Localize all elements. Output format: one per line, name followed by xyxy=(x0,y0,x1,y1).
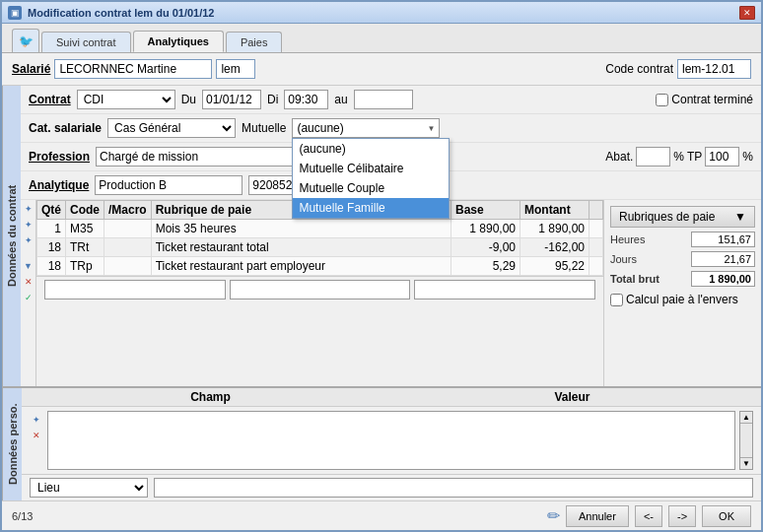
salarie-group: Salarié xyxy=(12,59,255,79)
cell-montant: 95,22 xyxy=(520,257,590,276)
cell-base: 5,29 xyxy=(451,257,520,276)
jours-row: Jours xyxy=(610,251,755,267)
mutuelle-option-famille[interactable]: Mutuelle Famille xyxy=(293,198,449,218)
salarie-code-input[interactable] xyxy=(216,59,255,79)
table-container: Qté Code /Macro Rubrique de paie Base Mo… xyxy=(36,200,603,386)
rubriques-arrow-icon: ▼ xyxy=(734,210,746,224)
lieu-input[interactable] xyxy=(154,478,753,498)
tab-icon[interactable]: 🐦 xyxy=(12,29,39,52)
heures-label: Heures xyxy=(610,233,645,245)
table-input-row xyxy=(36,276,603,302)
cell-scroll xyxy=(590,220,603,238)
profession-input[interactable] xyxy=(96,147,312,166)
table-input-2[interactable] xyxy=(230,280,411,299)
cv-textarea[interactable] xyxy=(47,411,735,470)
middle-area: Données du contrat Contrat CDI CDD Intér… xyxy=(2,86,761,386)
champ-valeur-header: Champ Valeur xyxy=(22,388,761,407)
tab-suivi[interactable]: Suivi contrat xyxy=(41,32,131,52)
jours-value[interactable] xyxy=(691,251,755,267)
mutuelle-selected-value: (aucune) xyxy=(297,121,343,135)
calcul-label: Calcul paie à l'envers xyxy=(626,293,738,306)
rubriques-label: Rubriques de paie xyxy=(619,210,715,224)
time-input[interactable] xyxy=(284,90,328,109)
mutuelle-option-couple[interactable]: Mutuelle Couple xyxy=(293,178,449,198)
termine-checkbox[interactable] xyxy=(656,94,668,106)
table-move-up-btn[interactable]: ✦ xyxy=(22,218,35,232)
table-asterisk-btn[interactable]: ✦ xyxy=(22,233,35,247)
scroll-up-btn[interactable]: ▲ xyxy=(740,412,752,424)
pct2-label: % xyxy=(742,150,753,164)
jours-label: Jours xyxy=(610,253,637,265)
table-down-btn[interactable]: ▼ xyxy=(22,259,35,273)
cv-scrollbar[interactable]: ▲ ▼ xyxy=(739,411,753,470)
cell-macro xyxy=(104,238,152,257)
next-button[interactable]: -> xyxy=(668,505,696,527)
contrat-row: Contrat CDI CDD Intérim Du Di au Contrat… xyxy=(21,86,761,114)
table-delete-btn[interactable]: ✕ xyxy=(22,275,35,289)
cell-scroll xyxy=(590,238,603,257)
table-add-btn[interactable]: ✦ xyxy=(22,202,35,216)
cv-add-btn[interactable]: ✦ xyxy=(30,413,43,427)
bottom-main: Champ Valeur ✦ ✕ ▲ ▼ Lieu Département xyxy=(22,388,761,500)
close-button[interactable]: ✕ xyxy=(739,6,755,20)
cell-code: TRt xyxy=(66,238,104,257)
footer-page: 6/13 xyxy=(12,510,33,522)
analytique-label: Analytique xyxy=(29,178,89,192)
date-debut-input[interactable] xyxy=(202,90,261,109)
di-label: Di xyxy=(267,93,278,106)
cell-montant: 1 890,00 xyxy=(520,220,590,238)
main-window: ▣ Modification contrat lem du 01/01/12 ✕… xyxy=(0,0,763,532)
total-brut-value[interactable] xyxy=(691,271,755,287)
mutuelle-dropdown[interactable]: (aucune) ▼ (aucune) Mutuelle Célibataire… xyxy=(292,118,440,138)
total-brut-row: Total brut xyxy=(610,271,755,287)
table-row[interactable]: 18 TRp Ticket restaurant part employeur … xyxy=(37,257,603,276)
contrat-type-select[interactable]: CDI CDD Intérim xyxy=(77,90,175,109)
total-brut-label: Total brut xyxy=(610,273,659,285)
ok-button[interactable]: OK xyxy=(702,505,751,527)
scroll-track xyxy=(740,424,752,457)
annuler-button[interactable]: Annuler xyxy=(566,505,629,527)
calcul-checkbox[interactable] xyxy=(610,294,623,306)
abat-input[interactable] xyxy=(636,147,670,166)
cv-delete-btn[interactable]: ✕ xyxy=(30,429,43,442)
table-input-3[interactable] xyxy=(414,280,595,299)
rubriques-button[interactable]: Rubriques de paie ▼ xyxy=(610,206,755,228)
date-fin-input[interactable] xyxy=(354,90,413,109)
cat-salariale-row: Cat. salariale Cas Général Cadre Apprent… xyxy=(21,114,761,143)
col-header-macro: /Macro xyxy=(104,201,152,220)
code-contrat-group: Code contrat xyxy=(605,59,751,79)
pct-label: % xyxy=(673,150,684,164)
table-check-btn[interactable]: ✓ xyxy=(22,291,35,304)
prev-button[interactable]: <- xyxy=(635,505,662,527)
profession-label: Profession xyxy=(29,150,90,164)
tab-paies[interactable]: Paies xyxy=(226,32,283,52)
tabs-bar: 🐦 Suivi contrat Analytiques Paies xyxy=(2,24,761,53)
tp-input[interactable] xyxy=(705,147,739,166)
title-bar: ▣ Modification contrat lem du 01/01/12 ✕ xyxy=(2,2,761,24)
table-input-1[interactable] xyxy=(44,280,226,299)
col-header-montant: Montant xyxy=(520,201,590,220)
code-contrat-input[interactable] xyxy=(677,59,751,79)
table-row[interactable]: 1 M35 Mois 35 heures 1 890,00 1 890,00 xyxy=(37,220,603,238)
table-sidebar: ✦ ✦ ✦ ▼ ✕ ✓ xyxy=(21,200,36,386)
tab-analytiques[interactable]: Analytiques xyxy=(133,31,224,52)
col-header-base: Base xyxy=(451,201,520,220)
table-row[interactable]: 18 TRt Ticket restaurant total -9,00 -16… xyxy=(37,238,603,257)
cat-salariale-select[interactable]: Cas Général Cadre Apprenti xyxy=(107,118,236,138)
mutuelle-option-celibataire[interactable]: Mutuelle Célibataire xyxy=(293,159,449,178)
pencil-icon: ✏ xyxy=(547,506,560,525)
heures-value[interactable] xyxy=(691,232,755,247)
champ-header: Champ xyxy=(30,390,391,404)
lieu-select[interactable]: Lieu Département Région xyxy=(30,478,148,498)
cv-sidebar: ✦ ✕ xyxy=(30,411,43,470)
valeur-header: Valeur xyxy=(391,390,753,404)
cat-salariale-label: Cat. salariale xyxy=(29,121,102,135)
mutuelle-option-aucune[interactable]: (aucune) xyxy=(293,139,449,159)
scroll-down-btn[interactable]: ▼ xyxy=(740,457,752,469)
analytique-input[interactable] xyxy=(95,175,243,195)
mutuelle-button[interactable]: (aucune) ▼ xyxy=(292,118,440,138)
code-contrat-label: Code contrat xyxy=(605,62,673,76)
cell-rubrique: Ticket restaurant part employeur xyxy=(151,257,451,276)
lieu-row: Lieu Département Région xyxy=(22,474,761,500)
salarie-input[interactable] xyxy=(54,59,212,79)
